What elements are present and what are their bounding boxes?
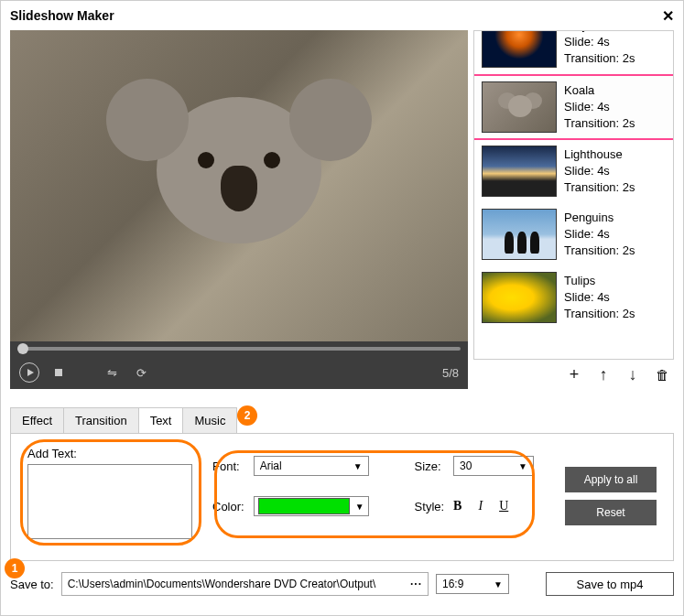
add-text-label: Add Text: — [27, 447, 192, 460]
color-select[interactable]: ▼ — [254, 496, 369, 516]
annotation-1: 1 — [5, 558, 25, 578]
apply-all-button[interactable]: Apply to all — [565, 467, 657, 492]
preview-image — [10, 30, 468, 341]
browse-button[interactable]: ··· — [410, 578, 422, 590]
aspect-ratio-select[interactable]: 16:9 ▼ — [436, 574, 509, 594]
add-text-input[interactable] — [27, 464, 192, 539]
size-label: Size: — [415, 459, 445, 473]
list-item[interactable]: Lighthouse Slide: 4s Transition: 2s — [474, 140, 673, 203]
slide-counter: 5/8 — [442, 366, 459, 380]
list-item[interactable]: Tulips Slide: 4s Transition: 2s — [474, 266, 673, 330]
save-to-label: Save to: — [10, 578, 54, 591]
tab-text[interactable]: Text — [138, 407, 184, 434]
scrub-bar[interactable] — [10, 341, 468, 356]
italic-button[interactable]: I — [478, 499, 483, 513]
thumbnail-image — [482, 30, 557, 68]
reset-button[interactable]: Reset — [565, 500, 657, 525]
chevron-down-icon: ▼ — [494, 579, 503, 589]
font-select[interactable]: Arial ▼ — [254, 456, 369, 476]
underline-button[interactable]: U — [499, 499, 508, 513]
annotation-2: 2 — [237, 405, 257, 426]
add-icon[interactable]: + — [566, 366, 582, 383]
flip-horizontal-icon[interactable]: ⇋ — [102, 362, 122, 383]
save-mp4-button[interactable]: Save to mp4 — [546, 572, 674, 596]
thumbnail-image — [482, 81, 557, 133]
thumbnail-list[interactable]: Jellyfish Slide: 4s Transition: 2s Koala… — [473, 30, 674, 360]
tab-effect[interactable]: Effect — [10, 407, 64, 434]
font-label: Font: — [212, 459, 244, 473]
play-button[interactable] — [19, 362, 39, 383]
list-item[interactable]: Jellyfish Slide: 4s Transition: 2s — [474, 30, 673, 74]
list-item[interactable]: Penguins Slide: 4s Transition: 2s — [474, 203, 673, 266]
text-tab-panel: Add Text: Font: Arial ▼ Size: 30 ▼ C — [10, 433, 674, 561]
thumbnail-image — [482, 209, 557, 260]
move-up-icon[interactable]: ↑ — [595, 366, 612, 383]
thumbnail-image — [482, 146, 557, 197]
chevron-down-icon: ▼ — [355, 502, 364, 512]
thumbnail-image — [482, 272, 557, 323]
save-path-field[interactable]: C:\Users\admin\Documents\Wondershare DVD… — [61, 572, 429, 596]
tab-transition[interactable]: Transition — [63, 407, 139, 434]
titlebar: Slideshow Maker ✕ — [1, 1, 683, 30]
window-title: Slideshow Maker — [10, 8, 114, 23]
color-swatch — [258, 498, 350, 514]
move-down-icon[interactable]: ↓ — [624, 366, 641, 383]
tab-music[interactable]: Music — [182, 407, 237, 434]
chevron-down-icon: ▼ — [353, 461, 363, 471]
slideshow-maker-window: Slideshow Maker ✕ — [0, 0, 684, 616]
color-label: Color: — [212, 500, 244, 513]
style-label: Style: — [415, 500, 445, 513]
chevron-down-icon: ▼ — [518, 461, 527, 471]
stop-button[interactable] — [49, 362, 69, 383]
preview-area: ⇋ ⟳ 5/8 — [10, 30, 468, 389]
delete-icon[interactable]: 🗑 — [654, 366, 670, 383]
size-select[interactable]: 30 ▼ — [453, 456, 534, 476]
bold-button[interactable]: B — [453, 499, 461, 513]
close-icon[interactable]: ✕ — [662, 7, 674, 25]
list-item[interactable]: Koala Slide: 4s Transition: 2s — [474, 74, 673, 140]
rotate-icon[interactable]: ⟳ — [131, 362, 151, 383]
